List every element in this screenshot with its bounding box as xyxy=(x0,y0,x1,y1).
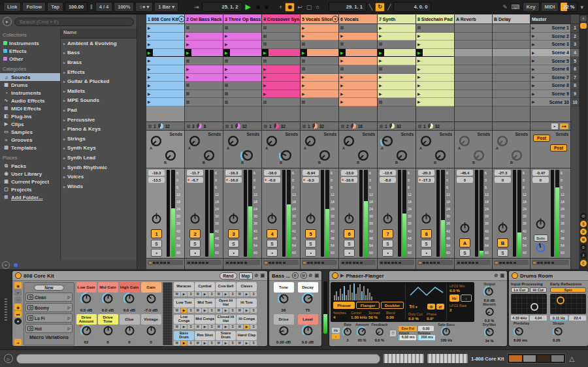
track-activator-button[interactable]: B xyxy=(497,238,508,247)
solo-button[interactable]: S xyxy=(151,240,162,247)
volume-value[interactable]: 0 xyxy=(532,177,549,183)
macro-knob[interactable] xyxy=(102,325,114,340)
map-button[interactable]: Map xyxy=(239,272,253,279)
send-b-knob[interactable]: B xyxy=(510,148,524,163)
folder-synth-rhythmic[interactable]: ▸Synth Rhythmic xyxy=(61,163,137,172)
drum-pad-rim-shot[interactable]: Rim ShotM▶S xyxy=(195,331,215,346)
variation-lo-fi[interactable]: Lo Fi▷ xyxy=(25,313,73,323)
scene-slot[interactable]: ▶Scene 6 xyxy=(531,65,570,74)
macro-knob[interactable] xyxy=(278,325,290,340)
scene-number[interactable]: 1 xyxy=(571,24,579,33)
clip-slot[interactable]: ▶ xyxy=(262,74,300,82)
empty-clip-slot[interactable] xyxy=(223,82,261,90)
chain-mini-list[interactable] xyxy=(163,282,172,345)
clip-slot[interactable]: ▶ xyxy=(262,90,300,99)
send-a-knob[interactable]: A xyxy=(226,134,240,148)
peak-level-value[interactable]: -8.94 xyxy=(302,170,319,176)
groove-pool-icon[interactable]: ≈ xyxy=(2,261,10,269)
pan-knob[interactable] xyxy=(266,213,278,228)
clip-slot[interactable]: ▶ xyxy=(146,33,184,41)
pad-play-button[interactable]: ▶ xyxy=(244,308,250,313)
key-map-button[interactable]: Key xyxy=(523,2,540,12)
variation-launch-icon[interactable]: ▷ xyxy=(68,327,71,330)
mixer-section-toggle-d[interactable]: D xyxy=(580,244,587,251)
sidebar-item-drums[interactable]: ▦Drums xyxy=(0,81,60,89)
sidebar-item-instruments[interactable]: ◔Instruments xyxy=(0,89,60,97)
pad-solo-button[interactable]: S xyxy=(208,341,215,345)
chain-toggle-icon[interactable]: ▬ xyxy=(14,311,22,317)
volume-fader[interactable] xyxy=(282,170,286,257)
variation-clean[interactable]: Clean▷ xyxy=(25,293,73,302)
clip-slot[interactable]: ▶ xyxy=(301,90,338,99)
peak-level-value[interactable]: -12.6 xyxy=(380,170,396,176)
ring-icon[interactable]: ○ xyxy=(314,3,320,11)
pad-solo-button[interactable]: S xyxy=(188,308,194,313)
scene-number[interactable]: 4 xyxy=(571,49,579,57)
clip-slot[interactable]: ▶ xyxy=(339,57,377,65)
pan-knob[interactable] xyxy=(382,213,394,228)
pad-solo-button[interactable]: S xyxy=(250,292,257,296)
clip-slot[interactable]: ▶ xyxy=(223,33,261,41)
folder-winds[interactable]: ▸Winds xyxy=(61,182,137,191)
pan-knob[interactable] xyxy=(227,213,240,228)
empty-clip-slot[interactable] xyxy=(185,98,223,106)
track-stop-icon[interactable] xyxy=(341,125,344,128)
macro-knob[interactable] xyxy=(302,325,314,340)
arm-button[interactable]: ● xyxy=(267,249,278,257)
solo-button[interactable]: S xyxy=(497,249,508,257)
draw-mode-icon[interactable]: ✎ xyxy=(501,3,509,11)
macro-label[interactable]: Decay xyxy=(298,282,318,293)
pad-mute-button[interactable]: M xyxy=(237,325,243,329)
groove-amount-field[interactable]: 100% xyxy=(114,2,134,12)
clip-slot[interactable]: ▶ xyxy=(416,98,454,106)
send-b-knob[interactable]: B xyxy=(395,148,409,163)
mixer-section-toggle-c[interactable]: C xyxy=(580,260,587,266)
empty-slot[interactable] xyxy=(455,49,492,57)
peak-level-value[interactable]: -16.3 xyxy=(225,170,242,176)
clip-slot-playing[interactable]: ▶ xyxy=(223,49,261,57)
search-input[interactable] xyxy=(14,18,134,26)
scene-slot[interactable]: ▶Scene 1 xyxy=(531,24,570,33)
empty-clip-slot[interactable] xyxy=(301,40,338,49)
tempo-field[interactable]: 100.00 xyxy=(65,2,88,12)
volume-fader[interactable] xyxy=(513,170,516,257)
notification-icon[interactable]: △ xyxy=(569,355,574,362)
sidebar-item-clips[interactable]: ▶Clips xyxy=(0,120,60,128)
env-follower-button[interactable]: Env Fol xyxy=(399,326,417,331)
pad-play-button[interactable]: ▶ xyxy=(202,308,208,313)
clip-slot[interactable]: ▶ xyxy=(416,33,454,41)
macro-knob[interactable] xyxy=(123,325,136,340)
drum-pad-closed-hi-hat[interactable]: Closed Hi HatM▶S xyxy=(216,315,236,330)
drum-pad-snare-drum[interactable]: Snare DrumM▶S xyxy=(216,331,236,346)
device-on-toggle[interactable] xyxy=(512,272,518,279)
clip-slot[interactable]: ▶ xyxy=(301,74,338,82)
macro-knob[interactable] xyxy=(80,325,93,340)
empty-clip-slot[interactable] xyxy=(223,24,261,33)
scene-number[interactable]: 6 xyxy=(571,65,579,74)
clip-view-toggle-icon[interactable]: ≡ xyxy=(580,16,587,22)
clip-slot[interactable]: ▶ xyxy=(185,74,223,82)
play-button[interactable]: ▶ xyxy=(244,3,253,11)
drum-pad-open-hi-hat[interactable]: Open Hi HatM▶S xyxy=(216,298,236,314)
scene-slot[interactable]: ▶Scene 3 xyxy=(531,40,570,49)
clip-slot-playing[interactable]: ▶ xyxy=(416,49,454,57)
filter-freq-value[interactable]: 4.33 kHz xyxy=(511,315,529,321)
attack-value[interactable]: 6.00 ms xyxy=(399,335,416,340)
rate-sync-toggle[interactable]: ♪ xyxy=(332,334,340,339)
variations-toggle-icon[interactable]: ◉ xyxy=(14,304,22,310)
filter-q-value[interactable]: 4.04 xyxy=(530,315,547,321)
variation-launch-icon[interactable]: ▷ xyxy=(68,295,71,299)
pan-knob[interactable] xyxy=(189,213,201,228)
solo-button[interactable]: S xyxy=(344,240,355,247)
scene-number[interactable]: 2 xyxy=(571,33,579,41)
rate-hz-toggle[interactable]: Hz xyxy=(332,328,340,333)
folder-piano-keys[interactable]: ▸Piano & Keys xyxy=(61,124,137,134)
track-activator-button[interactable]: 5 xyxy=(305,229,316,238)
macro-label[interactable]: Mid Gain xyxy=(98,282,118,293)
empty-clip-slot[interactable] xyxy=(416,24,454,33)
record-button[interactable]: ● xyxy=(263,3,270,10)
scene-number[interactable]: 7 xyxy=(571,74,579,82)
empty-clip-slot[interactable] xyxy=(262,98,300,106)
feedback-knob[interactable] xyxy=(374,327,385,339)
send-a-post-toggle[interactable]: Post xyxy=(533,135,550,142)
